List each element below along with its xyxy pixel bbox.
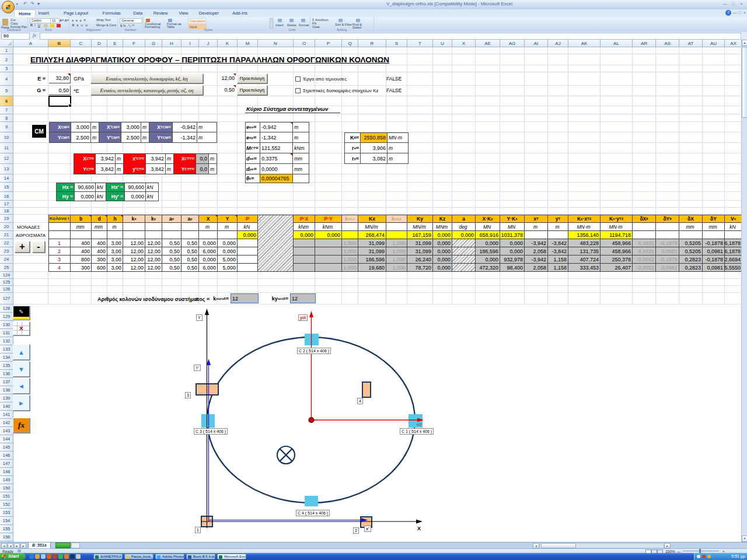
table-sum-ax[interactable] <box>162 231 181 239</box>
office-button[interactable] <box>2 1 15 13</box>
main-sys-value[interactable]: -0,942 <box>260 122 293 132</box>
table-cell-Ky-3[interactable]: 26,240 <box>407 256 433 264</box>
sheet-title[interactable]: ΕΠΙΛΥΣΗ ΔΙΑΦΡΑΓΜΑΤΙΚΟΥ ΟΡΟΦΟΥ – ΠΕΡΙΠΤΩΣ… <box>29 54 426 65</box>
select-all-corner[interactable] <box>0 40 13 47</box>
row-header-20[interactable]: 20 <box>0 223 13 231</box>
selected-cell-b6[interactable] <box>48 96 71 107</box>
table-cell-PX-3[interactable] <box>294 256 315 264</box>
table-header-Kz[interactable]: Kz <box>433 215 452 223</box>
row-header-17[interactable]: 17 <box>0 201 13 208</box>
col-header-AE[interactable]: AE <box>476 40 500 47</box>
vscroll-down-arrow[interactable]: ▼ <box>742 536 747 542</box>
main-sys-unit[interactable]: m <box>293 132 309 143</box>
table-unit-ax[interactable] <box>162 223 181 231</box>
table-cell-Vx-2[interactable]: 16,1878 <box>725 247 742 256</box>
table-header-kvay[interactable]: kva,y <box>386 215 407 223</box>
fill-handle[interactable] <box>68 104 72 107</box>
cm-value[interactable]: -1,342 <box>173 132 197 143</box>
ktheta-label[interactable]: ry = <box>344 153 361 164</box>
table-cell-P-3[interactable] <box>238 256 258 264</box>
table-cell-kx-3[interactable]: 12,00 <box>123 256 145 264</box>
equiv-ky-input[interactable]: 12 <box>290 293 316 303</box>
table-cell-kx-4[interactable]: 12,00 <box>123 264 145 272</box>
table-unit-Kx[interactable]: MN/m <box>358 223 386 231</box>
col-header-O[interactable]: O <box>294 40 315 47</box>
table-cell-kx-2[interactable]: 12,00 <box>123 247 145 256</box>
table-sum-dXt[interactable] <box>633 231 656 239</box>
table-sum-P[interactable]: 0,000 <box>238 231 258 239</box>
h-label[interactable]: Hy = <box>56 192 75 201</box>
table-cell-kvay-4[interactable]: 1,000 <box>386 264 407 272</box>
h-value[interactable]: 0,000 <box>75 192 96 201</box>
table-cell-kvax-1[interactable]: 1,000 <box>342 239 358 247</box>
table-cell-a-1[interactable] <box>452 239 476 247</box>
first-sheet-button[interactable]: ◄ <box>1 543 7 548</box>
row-header-12[interactable]: 12 <box>0 153 13 164</box>
table-cell-yT-2[interactable]: -3,842 <box>548 247 568 256</box>
cm-label[interactable]: XCM = <box>49 122 71 132</box>
table-unit-h[interactable]: m <box>107 223 123 231</box>
main-sys-label[interactable]: eox = <box>245 122 260 132</box>
table-cell-Kx-4[interactable]: 19,680 <box>358 264 386 272</box>
table-header-YKx[interactable]: Y·Kx <box>500 215 525 223</box>
table-sum-b[interactable] <box>71 231 92 239</box>
table-cell-YKx-3[interactable]: 932,978 <box>500 256 525 264</box>
sheet-tab-green[interactable] <box>55 542 71 548</box>
table-cell-Kxy2-1[interactable]: 458,966 <box>601 239 633 247</box>
row-header-16[interactable]: 16 <box>0 192 13 201</box>
row-header-8[interactable]: 8 <box>0 114 13 122</box>
cm-label[interactable]: YCM = <box>49 132 71 143</box>
table-cell-Y-1[interactable]: 0,000 <box>218 239 238 247</box>
table-unit-Vx[interactable]: kN <box>725 223 742 231</box>
table-cell-P-1[interactable] <box>238 239 258 247</box>
cm-label[interactable]: XTCM = <box>149 122 173 132</box>
table-cell-a-2[interactable] <box>452 247 476 256</box>
task-button-1[interactable]: Panos_book_B <box>124 554 153 559</box>
col-header-U[interactable]: U <box>433 40 452 47</box>
ktheta-unit[interactable]: m <box>388 153 409 164</box>
next-sheet-button[interactable]: ► <box>14 543 20 548</box>
macro-record-icon[interactable] <box>18 550 21 552</box>
table-cell-xT-2[interactable]: 2,058 <box>525 247 548 256</box>
table-unit-dY[interactable]: mm <box>703 223 725 231</box>
row-header-23[interactable]: 23 <box>0 247 13 256</box>
table-cell-ax-4[interactable]: 0,50 <box>162 264 181 272</box>
c3-marker[interactable] <box>201 414 215 428</box>
row-header-10[interactable]: 10 <box>0 132 13 143</box>
photoshop-icon[interactable] <box>70 554 75 559</box>
ct-unit[interactable]: m <box>166 153 174 164</box>
ct-label[interactable]: y'CT = <box>124 164 146 174</box>
cm-unit[interactable]: m <box>141 122 149 132</box>
table-unit-d[interactable]: mm <box>92 223 107 231</box>
table-cell-dYt-4[interactable]: 0,0981 <box>656 264 679 272</box>
table-header-XKy[interactable]: X·Ky <box>476 215 500 223</box>
row-header-151[interactable]: 151 <box>0 492 13 501</box>
cm-unit[interactable]: m <box>91 132 99 143</box>
row-header-11[interactable]: 11 <box>0 143 13 153</box>
table-header-X[interactable]: X <box>199 215 218 223</box>
table-cell-ay-2[interactable]: 0,50 <box>181 247 199 256</box>
table-cell-i-2[interactable]: 2 <box>48 247 71 256</box>
col-header-R[interactable]: R <box>358 40 386 47</box>
table-sum-kx[interactable] <box>123 231 145 239</box>
table-header-ax[interactable]: ax <box>162 215 181 223</box>
table-cell-b-2[interactable]: 400 <box>71 247 92 256</box>
move-right-button[interactable]: ► <box>13 395 30 411</box>
table-cell-ky-4[interactable]: 12,00 <box>145 264 162 272</box>
row-header-18[interactable]: 18 <box>0 208 13 215</box>
ct-label[interactable]: XCT = <box>74 153 96 164</box>
table-cell-Vx-4[interactable]: 5,5550 <box>725 264 742 272</box>
main-sys-value[interactable]: 0,0000 <box>260 164 293 174</box>
table-header-b[interactable]: b <box>71 215 92 223</box>
table-cell-Kx-1[interactable]: 31,099 <box>358 239 386 247</box>
table-unit-kx[interactable] <box>123 223 145 231</box>
table-unit-P[interactable]: kN <box>238 223 258 231</box>
ktheta-unit[interactable]: m <box>388 143 409 153</box>
table-cell-XKy-3[interactable]: 0,000 <box>476 256 500 264</box>
table-unit-kvax[interactable] <box>342 223 358 231</box>
main-sys-value[interactable]: 0,00004765 <box>260 174 293 183</box>
table-cell-PY-3[interactable] <box>315 256 342 264</box>
table-sum-ky[interactable] <box>145 231 162 239</box>
table-cell-a-3[interactable] <box>452 256 476 264</box>
table-sum-Kz[interactable]: 0,000 <box>433 231 452 239</box>
